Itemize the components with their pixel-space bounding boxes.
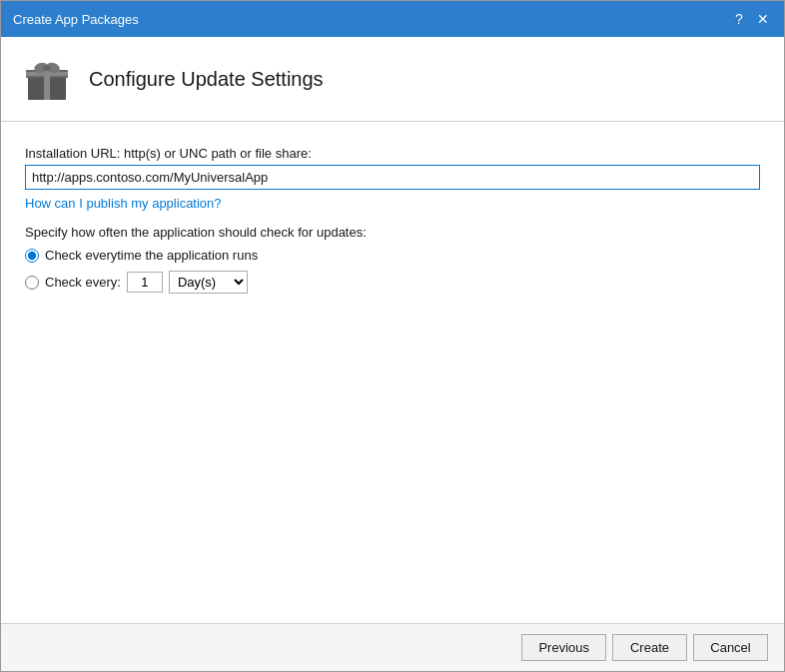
dialog-window: Create App Packages ? ✕: [0, 0, 785, 672]
title-bar: Create App Packages ? ✕: [1, 1, 784, 37]
radio-group: Check everytime the application runs Che…: [25, 248, 760, 294]
radio-always-label[interactable]: Check everytime the application runs: [45, 248, 258, 263]
page-title: Configure Update Settings: [89, 68, 324, 91]
svg-point-6: [43, 65, 51, 71]
frequency-label: Specify how often the application should…: [25, 225, 760, 240]
close-button[interactable]: ✕: [754, 10, 772, 28]
cancel-button[interactable]: Cancel: [693, 634, 768, 661]
app-icon: [21, 53, 73, 105]
title-bar-controls: ? ✕: [730, 10, 772, 28]
days-select[interactable]: Day(s) Hour(s) Week(s): [169, 271, 248, 294]
radio-every-item: Check every: Day(s) Hour(s) Week(s): [25, 271, 760, 294]
footer: Previous Create Cancel: [1, 623, 784, 671]
dialog-title: Create App Packages: [13, 12, 139, 27]
url-input[interactable]: [25, 165, 760, 190]
radio-every[interactable]: [25, 276, 39, 290]
package-icon: [24, 56, 70, 102]
url-field-label: Installation URL: http(s) or UNC path or…: [25, 146, 760, 161]
radio-always[interactable]: [25, 249, 39, 263]
title-bar-left: Create App Packages: [13, 12, 139, 27]
publish-link[interactable]: How can I publish my application?: [25, 196, 760, 211]
check-every-input[interactable]: [127, 272, 163, 293]
svg-rect-3: [26, 72, 68, 76]
content-area: Installation URL: http(s) or UNC path or…: [1, 122, 784, 623]
header-section: Configure Update Settings: [1, 37, 784, 122]
radio-always-item: Check everytime the application runs: [25, 248, 760, 263]
radio-every-label[interactable]: Check every:: [45, 275, 121, 290]
help-button[interactable]: ?: [730, 10, 748, 28]
create-button[interactable]: Create: [612, 634, 687, 661]
previous-button[interactable]: Previous: [521, 634, 606, 661]
